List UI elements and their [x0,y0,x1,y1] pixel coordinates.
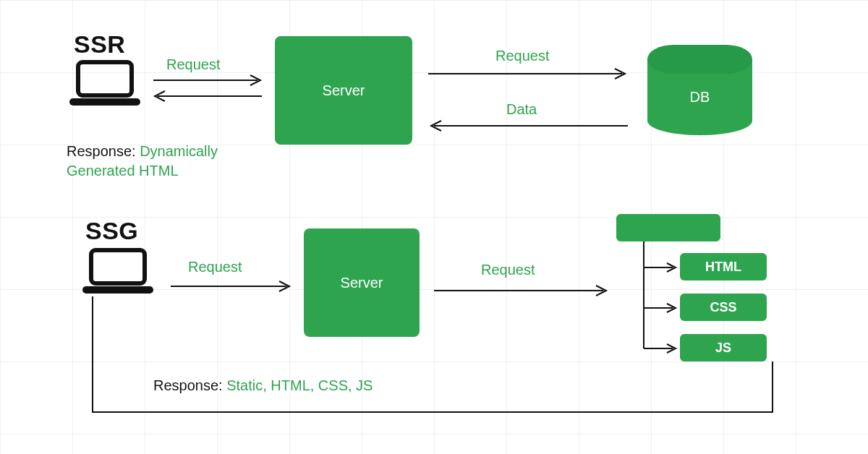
ssr-db-request-label: Request [495,48,550,64]
ssr-arrow-server-to-client [152,88,264,107]
ssg-asset-html-box: HTML [680,253,767,280]
ssg-title: SSG [85,217,138,245]
ssr-arrow-server-to-db [427,67,629,84]
svg-rect-6 [91,250,145,283]
laptop-icon [78,246,158,299]
ssr-db-data-label: Data [506,101,537,118]
svg-rect-1 [69,98,140,106]
ssg-server-label: Server [341,275,383,291]
ssr-arrow-db-to-server [427,119,629,136]
ssg-assets-root-box [616,214,720,241]
ssr-db-label: DB [690,89,710,106]
ssg-return-path [93,296,787,426]
ssg-assets-request-label: Request [481,262,535,278]
ssg-asset-html-label: HTML [705,260,741,275]
ssr-server-label: Server [323,82,365,99]
ssg-arrow-client-to-server [169,279,294,296]
database-icon: DB [647,45,752,135]
svg-rect-7 [82,286,153,294]
svg-rect-0 [78,62,132,95]
laptop-icon [65,58,145,111]
ssr-request-label: Request [166,56,221,73]
ssr-response-key: Response: [67,143,140,159]
ssr-response-text: Response: Dynamically Generated HTML [67,142,269,181]
ssr-server-box: Server [275,36,412,145]
ssr-title: SSR [74,30,125,59]
ssg-request-label: Request [188,259,242,275]
